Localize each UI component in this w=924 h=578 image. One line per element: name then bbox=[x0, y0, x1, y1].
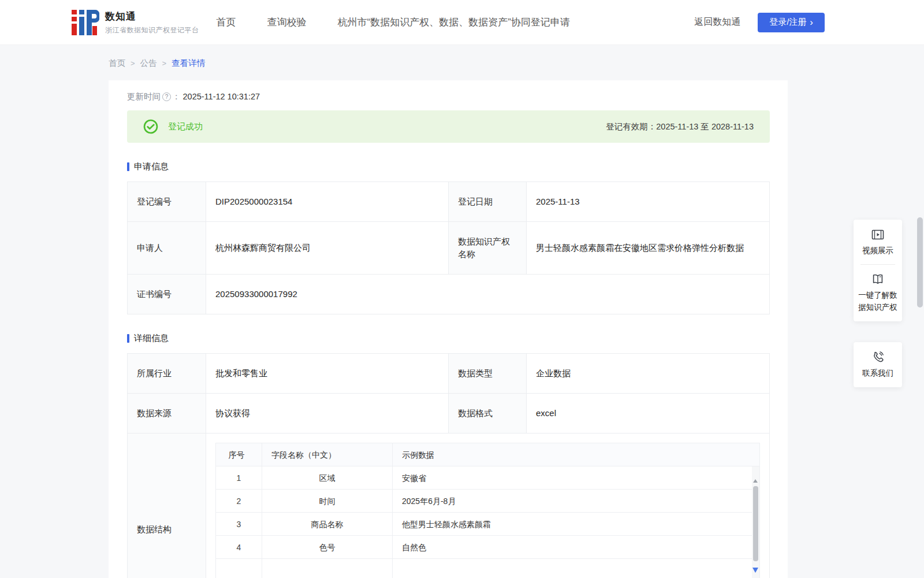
validity-period: 登记有效期：2025-11-13 至 2028-11-13 bbox=[606, 121, 754, 132]
field-label: 数据类型 bbox=[449, 354, 527, 394]
update-time-colon: ： bbox=[172, 91, 181, 102]
chevron-right-icon: › bbox=[810, 17, 813, 27]
question-circle-icon[interactable]: ? bbox=[162, 92, 171, 101]
structure-table-row: 4 色号 自然色 bbox=[216, 536, 760, 559]
table-row: 登记编号 DIP2025000023154 登记日期 2025-11-13 bbox=[128, 182, 770, 222]
breadcrumb: 首页 > 公告 > 查看详情 bbox=[109, 58, 924, 69]
cell-sample-data: 2025年6月-8月 bbox=[393, 490, 760, 513]
header: 数知通 浙江省数据知识产权登记平台 首页 查询校验 杭州市“数据知识产权、数据、… bbox=[0, 0, 924, 45]
structure-table-row: 1 区域 安徽省 bbox=[216, 466, 760, 490]
video-showcase-button[interactable]: 视频展示 bbox=[858, 228, 898, 257]
apply-info-section-title: 申请信息 bbox=[134, 161, 169, 172]
update-time-value: 2025-11-12 10:31:27 bbox=[183, 92, 260, 101]
structure-table-row-partial bbox=[216, 559, 760, 578]
validity-label: 登记有效期： bbox=[606, 122, 656, 131]
field-label: 数据格式 bbox=[449, 394, 527, 433]
field-label: 申请人 bbox=[128, 222, 206, 275]
breadcrumb-current: 查看详情 bbox=[172, 58, 205, 69]
scroll-up-arrow-icon[interactable] bbox=[753, 479, 758, 483]
field-label: 登记编号 bbox=[128, 182, 206, 222]
structure-table-row: 2 时间 2025年6月-8月 bbox=[216, 490, 760, 513]
scroll-down-arrow-icon[interactable] bbox=[752, 568, 758, 573]
update-time-row: 更新时间 ? ： 2025-11-12 10:31:27 bbox=[127, 91, 770, 102]
field-value-registration-number: DIP2025000023154 bbox=[206, 182, 449, 222]
col-header-sample-data: 示例数据 bbox=[393, 443, 760, 466]
side-widget-panel: 视频展示 一键了解数据知识产权 bbox=[854, 220, 902, 321]
contact-us-label: 联系我们 bbox=[858, 367, 898, 379]
nav-item-hangzhou-joint-registration[interactable]: 杭州市“数据知识产权、数据、数据资产”协同登记申请 bbox=[338, 16, 570, 29]
registration-status-banner: 登记成功 登记有效期：2025-11-13 至 2028-11-13 bbox=[127, 110, 770, 143]
back-to-shuzhitong-link[interactable]: 返回数知通 bbox=[694, 16, 740, 28]
main-nav: 首页 查询校验 杭州市“数据知识产权、数据、数据资产”协同登记申请 bbox=[217, 16, 570, 29]
logo-subtitle: 浙江省数据知识产权登记平台 bbox=[105, 25, 199, 35]
success-check-icon bbox=[143, 119, 158, 134]
contact-us-button[interactable]: 联系我们 bbox=[858, 350, 898, 379]
cell-index: 2 bbox=[216, 490, 262, 513]
phone-icon bbox=[871, 350, 885, 364]
structure-table-header-row: 序号 字段名称（中文） 示例数据 bbox=[216, 443, 760, 466]
breadcrumb-notice[interactable]: 公告 bbox=[140, 58, 157, 69]
cell-index: 4 bbox=[216, 536, 262, 559]
video-showcase-label: 视频展示 bbox=[858, 244, 898, 257]
one-click-guide-label: 一键了解数据知识产权 bbox=[858, 289, 898, 313]
book-icon bbox=[871, 272, 885, 286]
logo-text: 数知通 浙江省数据知识产权登记平台 bbox=[105, 10, 199, 35]
page-scrollbar-thumb[interactable] bbox=[917, 217, 923, 307]
breadcrumb-separator: > bbox=[162, 59, 167, 68]
detail-card: 更新时间 ? ： 2025-11-12 10:31:27 登记成功 登记有效期：… bbox=[109, 80, 788, 578]
logo-icon bbox=[72, 10, 99, 35]
contact-widget-panel: 联系我们 bbox=[854, 342, 902, 387]
structure-table-scrollbar[interactable] bbox=[752, 466, 759, 578]
section-bar-icon bbox=[127, 334, 129, 343]
scroll-thumb[interactable] bbox=[753, 486, 758, 561]
cell-field-name: 时间 bbox=[262, 490, 393, 513]
field-value-certificate-number: 20250933000017992 bbox=[206, 275, 770, 314]
field-label-data-structure: 数据结构 bbox=[128, 433, 206, 578]
cell-index: 3 bbox=[216, 513, 262, 536]
col-header-field-name: 字段名称（中文） bbox=[262, 443, 393, 466]
table-row: 数据来源 协议获得 数据格式 excel bbox=[128, 394, 770, 433]
field-value-data-source: 协议获得 bbox=[206, 394, 449, 433]
field-label: 登记日期 bbox=[449, 182, 527, 222]
apply-info-table: 登记编号 DIP2025000023154 登记日期 2025-11-13 申请… bbox=[127, 181, 770, 314]
field-value-data-format: excel bbox=[527, 394, 770, 433]
col-header-index: 序号 bbox=[216, 443, 262, 466]
detail-info-section-head: 详细信息 bbox=[127, 333, 770, 344]
field-value-applicant: 杭州林森辉商贸有限公司 bbox=[206, 222, 449, 275]
login-register-button[interactable]: 登录/注册 › bbox=[758, 13, 825, 32]
field-value-registration-date: 2025-11-13 bbox=[527, 182, 770, 222]
validity-value: 2025-11-13 至 2028-11-13 bbox=[656, 122, 754, 131]
cell-index: 1 bbox=[216, 466, 262, 490]
divider bbox=[860, 264, 895, 265]
table-row: 所属行业 批发和零售业 数据类型 企业数据 bbox=[128, 354, 770, 394]
section-bar-icon bbox=[127, 162, 129, 171]
field-value-data-type: 企业数据 bbox=[527, 354, 770, 394]
cell-field-name: 区域 bbox=[262, 466, 393, 490]
detail-info-table: 所属行业 批发和零售业 数据类型 企业数据 数据来源 协议获得 数据格式 exc… bbox=[127, 353, 770, 578]
structure-table: 序号 字段名称（中文） 示例数据 1 区域 安徽省 bbox=[215, 443, 760, 578]
field-label: 数据知识产权名称 bbox=[449, 222, 527, 275]
breadcrumb-home[interactable]: 首页 bbox=[109, 58, 125, 69]
data-structure-cell: 序号 字段名称（中文） 示例数据 1 区域 安徽省 bbox=[206, 433, 770, 578]
detail-info-section-title: 详细信息 bbox=[134, 333, 169, 344]
header-right: 返回数知通 登录/注册 › bbox=[694, 13, 825, 32]
field-label: 证书编号 bbox=[128, 275, 206, 314]
field-value-industry: 批发和零售业 bbox=[206, 354, 449, 394]
cell-sample-data: 安徽省 bbox=[393, 466, 760, 490]
login-register-label: 登录/注册 bbox=[769, 17, 806, 28]
one-click-guide-button[interactable]: 一键了解数据知识产权 bbox=[858, 272, 898, 313]
table-row: 证书编号 20250933000017992 bbox=[128, 275, 770, 314]
page: 数知通 浙江省数据知识产权登记平台 首页 查询校验 杭州市“数据知识产权、数据、… bbox=[0, 0, 924, 578]
structure-table-wrap: 序号 字段名称（中文） 示例数据 1 区域 安徽省 bbox=[215, 443, 760, 578]
cell-sample-data: 他型男士轻颜水感素颜霜 bbox=[393, 513, 760, 536]
logo-title: 数知通 bbox=[105, 10, 199, 23]
logo[interactable]: 数知通 浙江省数据知识产权登记平台 bbox=[72, 10, 199, 35]
nav-item-home[interactable]: 首页 bbox=[217, 16, 236, 29]
data-structure-row: 数据结构 序号 字段名称（中文） 示例数据 bbox=[128, 433, 770, 578]
structure-table-row: 3 商品名称 他型男士轻颜水感素颜霜 bbox=[216, 513, 760, 536]
cell-field-name: 色号 bbox=[262, 536, 393, 559]
nav-item-query-verify[interactable]: 查询校验 bbox=[267, 16, 307, 29]
field-value-ip-name: 男士轻颜水感素颜霜在安徽地区需求价格弹性分析数据 bbox=[527, 222, 770, 275]
field-label: 数据来源 bbox=[128, 394, 206, 433]
cell-field-name: 商品名称 bbox=[262, 513, 393, 536]
